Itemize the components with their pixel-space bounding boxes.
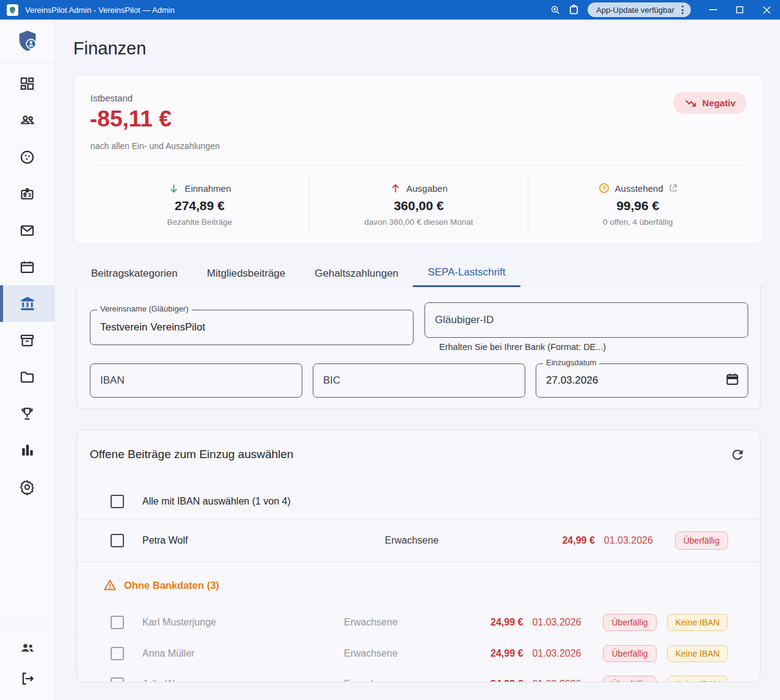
- arrow-up-red-icon: [390, 183, 401, 194]
- settings-icon: [19, 479, 35, 495]
- sidebar-item-logout[interactable]: [0, 663, 54, 694]
- due-amount: 24,99 €: [562, 535, 594, 546]
- main-content: Finanzen Istbestand -85,11 € nach allen …: [55, 20, 780, 700]
- overdue-badge: Überfällig: [603, 676, 656, 683]
- stat-expenses: Ausgaben 360,00 € davon 360,00 € diesen …: [309, 173, 528, 235]
- member-name: Anna Müller: [142, 648, 344, 659]
- sidebar-item-mail[interactable]: [0, 212, 54, 249]
- bic-input[interactable]: [313, 363, 525, 398]
- no-bank-data-header: Ohne Bankdaten (3): [103, 578, 219, 592]
- due-date: 01.03.2026: [532, 617, 581, 628]
- creditor-id-field-wrap: [425, 302, 748, 338]
- sidebar-item-admin-users[interactable]: [0, 633, 54, 663]
- iban-input[interactable]: [90, 363, 302, 398]
- due-amount: 24,99 €: [490, 648, 523, 659]
- clipboard-icon[interactable]: [564, 2, 583, 18]
- members-icon: [19, 112, 36, 129]
- select-all-row[interactable]: Alle mit IBAN auswählen (1 von 4): [77, 484, 760, 519]
- member-category: Erwachsene: [385, 535, 562, 546]
- stat-pending: Ausstehend 99,96 € 0 offen, 4 überfällig: [528, 173, 747, 235]
- sidebar-item-calendar[interactable]: [0, 249, 54, 285]
- collection-date-field-wrap: Einzugsdatum: [536, 363, 748, 398]
- active-indicator: [0, 285, 3, 322]
- refresh-icon: [730, 447, 745, 462]
- collection-date-input[interactable]: [536, 363, 748, 398]
- sepa-form-card: Vereinsname (Gläubiger) Erhalten Sie bei…: [76, 287, 760, 409]
- sidebar-item-trophies[interactable]: [0, 395, 54, 432]
- member-category: Erwachsene: [344, 617, 490, 628]
- dues-row-petra-wolf[interactable]: Petra Wolf Erwachsene 24,99 € 01.03.2026…: [77, 519, 760, 561]
- no-iban-badge: Keine IBAN: [667, 645, 728, 662]
- balance-summary-card: Istbestand -85,11 € nach allen Ein- und …: [73, 75, 764, 244]
- member-category: Erwachsene: [344, 679, 490, 683]
- overdue-badge: Überfällig: [603, 614, 656, 631]
- app-update-label: App-Update verfügbar: [596, 5, 674, 15]
- stat-income: Einnahmen 274,89 € Bezahlte Beiträge: [90, 173, 309, 235]
- select-all-label: Alle mit IBAN auswählen (1 von 4): [142, 496, 291, 507]
- tab-mitgliedsbeitraege[interactable]: Mitgliedsbeiträge: [192, 260, 301, 287]
- external-link-icon: [668, 183, 678, 193]
- stat-pending-sub: 0 offen, 4 überfällig: [603, 217, 673, 227]
- sidebar-item-settings[interactable]: [0, 468, 54, 505]
- dashboard-icon: [19, 76, 35, 92]
- stat-income-label: Einnahmen: [184, 183, 231, 194]
- no-iban-badge: Keine IBAN: [667, 676, 728, 683]
- stats-row: Einnahmen 274,89 € Bezahlte Beiträge Aus…: [90, 173, 747, 235]
- tab-sepa-lastschrift[interactable]: SEPA-Lastschrift: [413, 260, 520, 287]
- statistics-icon: [20, 442, 35, 458]
- trending-down-icon: [684, 97, 698, 110]
- divider: [77, 561, 760, 562]
- warning-triangle-icon: [103, 578, 117, 592]
- folder-icon: [19, 369, 35, 385]
- creditor-name-input[interactable]: [90, 310, 414, 345]
- creditor-name-label: Vereinsname (Gläubiger): [97, 304, 192, 313]
- titlebar: VereinsPilot Admin - VereinsPilot — Admi…: [0, 0, 780, 20]
- trophy-icon: [19, 406, 35, 422]
- overdue-badge: Überfällig: [603, 645, 656, 662]
- sidebar-item-archive[interactable]: [0, 322, 54, 359]
- row-checkbox-disabled: [111, 647, 124, 660]
- dues-header: Offene Beiträge zum Einzug auswählen: [90, 445, 747, 464]
- row-checkbox-disabled: [111, 677, 124, 683]
- window-title: VereinsPilot Admin - VereinsPilot — Admi…: [25, 5, 546, 15]
- tab-beitragskategorien[interactable]: Beitragskategorien: [76, 260, 192, 287]
- creditor-id-input[interactable]: [425, 302, 748, 338]
- dues-row-karl-musterjunge[interactable]: Karl Musterjunge Erwachsene 24,99 € 01.0…: [77, 607, 760, 638]
- no-bank-data-label: Ohne Bankdaten (3): [124, 580, 219, 591]
- sidebar-item-finances[interactable]: [0, 285, 54, 322]
- maximize-button[interactable]: [726, 0, 753, 20]
- sidebar-item-membership-cards[interactable]: [0, 175, 54, 212]
- dues-row-julia-wagner[interactable]: Julia Wagner Erwachsene 24,99 € 01.03.20…: [77, 669, 760, 682]
- balance-value: -85,11 €: [90, 106, 172, 132]
- sidebar-item-sports[interactable]: [0, 139, 54, 175]
- update-menu-kebab-icon[interactable]: [678, 3, 687, 16]
- close-button[interactable]: [753, 0, 780, 20]
- sidebar-item-documents[interactable]: [0, 359, 54, 395]
- dues-row-anna-mueller[interactable]: Anna Müller Erwachsene 24,99 € 01.03.202…: [77, 638, 760, 668]
- select-all-checkbox[interactable]: [111, 495, 124, 508]
- calendar-icon: [19, 259, 35, 275]
- due-amount: 24,99 €: [490, 679, 523, 683]
- sidebar-item-statistics[interactable]: [0, 432, 54, 468]
- due-date: 01.03.2026: [532, 648, 581, 659]
- app-update-button[interactable]: App-Update verfügbar: [588, 2, 691, 17]
- logout-icon: [20, 671, 35, 687]
- row-checkbox[interactable]: [111, 534, 124, 547]
- due-amount: 24,99 €: [490, 617, 523, 628]
- iban-field-wrap: [90, 363, 302, 398]
- zoom-search-icon[interactable]: [546, 2, 564, 18]
- app-logo-icon: [7, 4, 18, 16]
- minimize-button[interactable]: [699, 0, 726, 20]
- stat-income-value: 274,89 €: [175, 199, 225, 213]
- stat-expenses-sub: davon 360,00 € diesen Monat: [365, 217, 473, 227]
- sidebar-item-dashboard[interactable]: [0, 65, 54, 102]
- tab-gehaltszahlungen[interactable]: Gehaltszahlungen: [300, 260, 413, 287]
- sidebar-item-members[interactable]: [0, 102, 54, 139]
- row-checkbox-disabled: [111, 616, 124, 629]
- stat-pending-label: Ausstehend: [615, 183, 663, 194]
- divider: [90, 165, 747, 166]
- trend-badge-label: Negativ: [702, 98, 735, 108]
- sports-ball-icon: [19, 149, 35, 166]
- refresh-button[interactable]: [727, 445, 747, 464]
- calendar-picker-icon[interactable]: [725, 372, 740, 389]
